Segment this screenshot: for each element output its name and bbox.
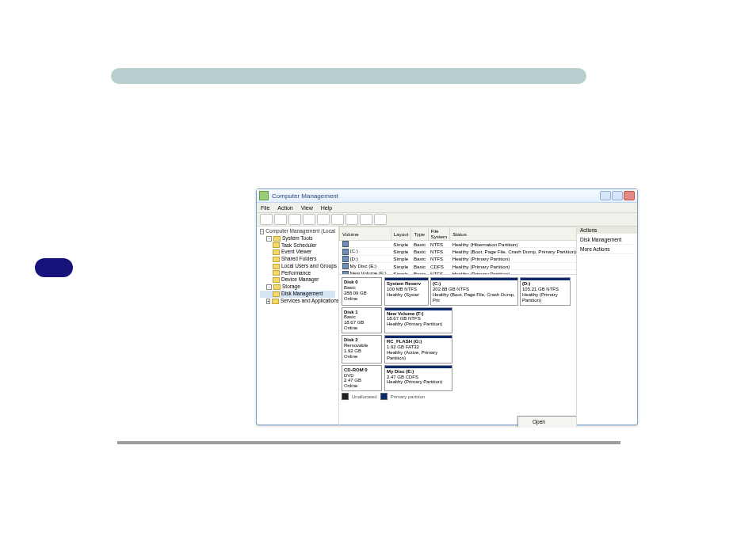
actions-selected[interactable]: Disk Management [580, 235, 634, 245]
col-fs[interactable]: File System [428, 227, 450, 241]
col-volume[interactable]: Volume [340, 227, 391, 241]
actions-more[interactable]: More Actions [580, 245, 634, 254]
section-divider [111, 68, 586, 84]
partition-d[interactable]: (D:) 105.21 GB NTFS Healthy (Primary Par… [520, 277, 571, 306]
tree-disk-management[interactable]: Disk Management [281, 291, 323, 298]
toolbar-icon-e[interactable] [374, 214, 387, 225]
partition-rc-flash-g[interactable]: RC_FLASH (G:) 1.92 GB FAT32 Healthy (Act… [384, 335, 452, 364]
legend: Unallocated Primary partition [342, 393, 574, 400]
folder-icon [272, 299, 279, 304]
col-layout[interactable]: Layout [391, 227, 411, 241]
computer-management-window: Computer Management File Action View Hel… [256, 188, 638, 425]
tree-root[interactable]: Computer Management (Local [265, 228, 335, 235]
content-area: Volume Layout Type File System Status Ca… [339, 227, 576, 427]
ctx-open[interactable]: Open [518, 417, 576, 427]
context-menu[interactable]: Open Explore Mark Partition as Active Ch… [517, 416, 576, 427]
maximize-button[interactable] [612, 191, 623, 200]
volume-row[interactable]: SimpleBasicNTFSHealthy (Hibernation Part… [340, 241, 577, 248]
folder-icon [273, 257, 280, 262]
menu-file[interactable]: File [261, 205, 269, 211]
collapse-icon[interactable]: - [266, 236, 272, 242]
toolbar-back[interactable] [260, 214, 273, 225]
menu-help[interactable]: Help [321, 205, 332, 211]
tree-shared-folders[interactable]: Shared Folders [281, 256, 316, 263]
partition-c[interactable]: (C:) 202.88 GB NTFS Healthy (Boot, Page … [430, 277, 518, 306]
volume-row[interactable]: My Disc (E:)SimpleBasicCDFSHealthy (Prim… [340, 263, 577, 270]
folder-icon [273, 236, 281, 242]
legend-primary: Primary partition [391, 394, 426, 399]
actions-pane: Actions Disk Management More Actions [576, 227, 637, 427]
menubar[interactable]: File Action View Help [257, 203, 637, 213]
toolbar-refresh[interactable] [303, 214, 315, 225]
toolbar [257, 213, 637, 227]
folder-icon [273, 242, 280, 248]
folder-icon [273, 249, 280, 255]
toolbar-up[interactable] [288, 214, 301, 225]
disk-header-1[interactable]: Disk 1 Basic 18.67 GB Online [342, 307, 382, 334]
partition-new-volume-f[interactable]: New Volume (F:) 18.67 GB NTFS Healthy (P… [384, 307, 452, 334]
toolbar-forward[interactable] [274, 214, 287, 225]
partition-my-disc-e[interactable]: My Disc (E:) 2.47 GB CDFS Healthy (Prima… [384, 365, 452, 392]
close-button[interactable] [624, 191, 635, 200]
minimize-button[interactable] [600, 191, 611, 200]
volume-row[interactable]: (C:)SimpleBasicNTFSHealthy (Boot, Page F… [340, 248, 577, 255]
tree-services[interactable]: Services and Applications [281, 298, 339, 305]
partition-system-reserved[interactable]: System Reserv 100 MB NTFS Healthy (Syste… [384, 277, 429, 306]
folder-icon [273, 291, 280, 297]
col-type[interactable]: Type [411, 227, 428, 241]
tree-device-manager[interactable]: Device Manager [281, 276, 319, 284]
window-title: Computer Management [272, 192, 338, 200]
page-divider [117, 441, 620, 444]
nav-tree[interactable]: -Computer Management (Local -System Tool… [257, 227, 339, 427]
disk-graph: Disk 0 Basic 288.09 GB Online System Res… [339, 275, 576, 427]
tree-event-viewer[interactable]: Event Viewer [281, 249, 311, 256]
swatch-primary [380, 393, 388, 400]
disk-header-2[interactable]: Disk 2 Removable 1.92 GB Online [342, 335, 382, 364]
volume-list[interactable]: Volume Layout Type File System Status Ca… [339, 227, 576, 275]
tree-performance[interactable]: Performance [281, 270, 311, 277]
menu-action[interactable]: Action [277, 205, 292, 211]
toolbar-icon-b[interactable] [331, 214, 344, 225]
tree-storage[interactable]: Storage [282, 284, 300, 291]
step-badge [35, 258, 73, 277]
toolbar-icon-a[interactable] [317, 214, 330, 225]
swatch-unallocated [342, 393, 349, 400]
actions-header: Actions [577, 227, 637, 234]
folder-icon [273, 284, 281, 290]
folder-icon [273, 270, 280, 276]
tree-system-tools[interactable]: System Tools [282, 235, 313, 242]
disk-header-cdrom[interactable]: CD-ROM 0 DVD 2.47 GB Online [342, 365, 382, 392]
folder-icon [273, 264, 280, 269]
tree-task-scheduler[interactable]: Task Scheduler [281, 242, 316, 249]
volume-row[interactable]: (D:)SimpleBasicNTFSHealthy (Primary Part… [340, 255, 577, 262]
disk-header-0[interactable]: Disk 0 Basic 288.09 GB Online [342, 277, 382, 306]
tree-local-users[interactable]: Local Users and Groups [281, 263, 337, 270]
titlebar[interactable]: Computer Management [257, 189, 637, 203]
menu-view[interactable]: View [301, 205, 313, 211]
collapse-icon[interactable]: - [260, 229, 264, 234]
legend-unallocated: Unallocated [352, 394, 377, 399]
expand-icon[interactable]: + [266, 299, 270, 304]
toolbar-icon-c[interactable] [346, 214, 358, 225]
app-icon [259, 191, 269, 200]
folder-icon [273, 277, 280, 283]
toolbar-icon-d[interactable] [360, 214, 372, 225]
col-status[interactable]: Status [450, 227, 576, 241]
collapse-icon[interactable]: - [266, 284, 272, 290]
